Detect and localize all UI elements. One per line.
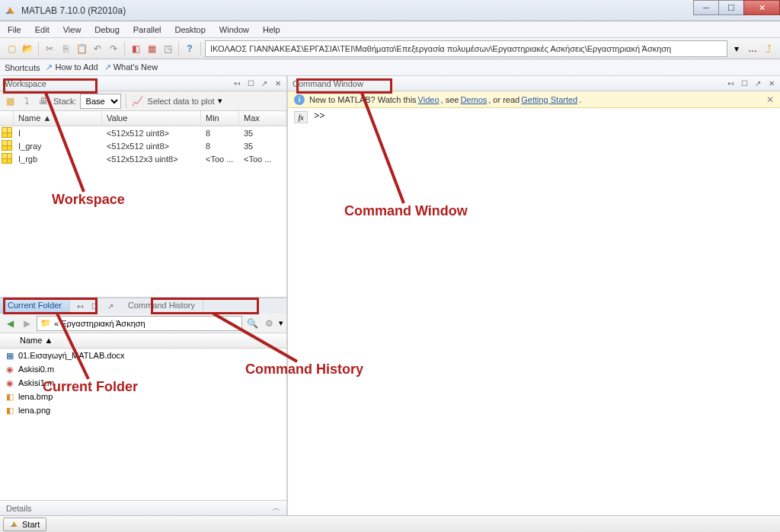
col-header-filename[interactable]: Name ▲: [15, 333, 286, 348]
file-row[interactable]: ◧ lena.png: [0, 403, 286, 417]
prompt: >>: [314, 111, 324, 122]
stack-label: Stack:: [53, 97, 77, 106]
minimize-button[interactable]: ─: [693, 0, 719, 15]
shortcut-howtoadd[interactable]: ↗How to Add: [46, 62, 98, 72]
separator: [178, 42, 179, 56]
file-row[interactable]: ◉ Askisi0.m: [0, 362, 286, 376]
image-icon: ◧: [5, 391, 15, 402]
panel-dock-icon[interactable]: ☐: [245, 78, 256, 89]
menu-window[interactable]: Window: [219, 25, 249, 34]
m-file-icon: ◉: [5, 377, 15, 388]
separator: [200, 42, 201, 56]
annotation-box: [151, 298, 259, 314]
new-file-icon[interactable]: ▢: [5, 42, 18, 56]
menu-view[interactable]: View: [63, 25, 82, 34]
annotation-label: Workspace: [52, 192, 125, 208]
annotation-label: Command History: [245, 362, 363, 377]
menu-edit[interactable]: Edit: [35, 25, 50, 34]
shortcut-whatsnew[interactable]: ↗What's New: [104, 62, 158, 72]
panel-expand-icon[interactable]: ↤: [232, 78, 242, 89]
shortcut-icon: ↗: [46, 62, 53, 72]
getting-started-link[interactable]: Getting Started: [521, 95, 577, 104]
details-bar[interactable]: Details ︿: [0, 500, 286, 515]
help-icon[interactable]: ?: [183, 42, 197, 56]
dropdown-icon[interactable]: ▾: [279, 318, 283, 328]
current-folder-path[interactable]: [205, 40, 727, 57]
close-banner-icon[interactable]: ✕: [766, 94, 774, 105]
close-button[interactable]: ✕: [743, 0, 780, 15]
gear-icon[interactable]: ⚙: [262, 317, 276, 330]
workspace-row[interactable]: I <512x512 uint8> 8 35: [0, 126, 286, 139]
search-icon[interactable]: 🔍: [245, 317, 259, 330]
docx-icon: ▦: [5, 350, 15, 361]
current-folder-breadcrumb[interactable]: 📁 « Εργαστηριακή Άσκηση: [37, 316, 242, 331]
image-icon: ◧: [5, 405, 15, 416]
shortcut-icon: ↗: [104, 62, 111, 72]
menu-desktop[interactable]: Desktop: [174, 25, 205, 34]
scope-icon[interactable]: ▦: [3, 94, 17, 108]
workspace-row[interactable]: I_gray <512x512 uint8> 8 35: [0, 139, 286, 152]
m-file-icon: ◉: [5, 364, 15, 374]
panel-dock-icon[interactable]: ☐: [739, 78, 750, 89]
workspace-row[interactable]: I_rgb <512x512x3 uint8> <Too ... <Too ..…: [0, 152, 286, 165]
current-folder-bar: ◀ ▶ 📁 « Εργαστηριακή Άσκηση 🔍 ⚙ ▾: [0, 314, 286, 333]
titlebar: MATLAB 7.10.0 (R2010a) ─ ☐ ✕: [0, 0, 780, 21]
shortcuts-bar: Shortcuts ↗How to Add ↗What's New: [0, 59, 780, 76]
file-list: Name ▲ ▦ 01.Εισαγωγή_MATLAB.docx ◉ Askis…: [0, 333, 286, 500]
col-header-min[interactable]: Min: [201, 111, 239, 126]
open-folder-icon[interactable]: 📂: [21, 42, 34, 56]
fx-button[interactable]: fx: [294, 111, 308, 123]
back-icon[interactable]: ◀: [3, 317, 17, 330]
file-row[interactable]: ▦ 01.Εισαγωγή_MATLAB.docx: [0, 349, 286, 362]
workspace-toolbar: ▦ ⤵ 🖶 Stack: Base 📈 Select data to plot …: [0, 91, 286, 111]
command-window-body[interactable]: fx >>: [288, 108, 780, 515]
panel-maximize-icon[interactable]: ↗: [259, 78, 270, 89]
menu-help[interactable]: Help: [263, 25, 280, 34]
profiler-icon[interactable]: ◳: [161, 42, 174, 56]
variable-icon: [2, 140, 12, 151]
dropdown-icon[interactable]: ▾: [218, 96, 222, 106]
separator: [124, 42, 125, 56]
up-folder-icon[interactable]: ⮥: [762, 42, 775, 56]
panel-close-icon[interactable]: ✕: [273, 78, 283, 89]
cut-icon[interactable]: ✂: [43, 42, 56, 56]
panel-expand-icon[interactable]: ↤: [725, 78, 736, 89]
toolbar: ▢ 📂 ✂ ⎘ 📋 ↶ ↷ ◧ ▦ ◳ ? ▾ … ⮥: [0, 38, 780, 59]
col-header-max[interactable]: Max: [239, 111, 286, 126]
panel-maximize-icon[interactable]: ↗: [105, 301, 116, 311]
panel-maximize-icon[interactable]: ↗: [753, 78, 763, 89]
annotation-box: [296, 78, 392, 94]
col-header-name[interactable]: Name ▲: [14, 111, 102, 126]
info-icon: i: [294, 94, 305, 105]
statusbar: Start: [0, 515, 780, 532]
variable-icon: [2, 127, 12, 138]
guide-icon[interactable]: ▦: [145, 42, 158, 56]
simulink-icon[interactable]: ◧: [129, 42, 142, 56]
folder-icon: 📁: [40, 318, 51, 328]
col-header-value[interactable]: Value: [102, 111, 201, 126]
plot-icon[interactable]: 📈: [131, 94, 145, 108]
matlab-icon: [10, 520, 19, 529]
forward-icon[interactable]: ▶: [20, 317, 34, 330]
panel-close-icon[interactable]: ✕: [766, 78, 777, 89]
menu-debug[interactable]: Debug: [94, 25, 119, 34]
copy-icon[interactable]: ⎘: [59, 42, 72, 56]
menu-file[interactable]: File: [8, 25, 21, 34]
path-dropdown-icon[interactable]: ▾: [730, 42, 743, 56]
stack-select[interactable]: Base: [80, 94, 121, 109]
import-icon[interactable]: ⤵: [20, 94, 34, 108]
undo-icon[interactable]: ↶: [91, 42, 104, 56]
maximize-button[interactable]: ☐: [718, 0, 744, 15]
demos-link[interactable]: Demos: [460, 95, 487, 104]
redo-icon[interactable]: ↷: [107, 42, 120, 56]
separator: [126, 94, 126, 108]
window-controls: ─ ☐ ✕: [694, 0, 780, 15]
paste-icon[interactable]: 📋: [75, 42, 88, 56]
menu-parallel[interactable]: Parallel: [133, 25, 161, 34]
browse-icon[interactable]: …: [746, 42, 759, 56]
print-icon[interactable]: 🖶: [37, 94, 50, 108]
plot-label[interactable]: Select data to plot: [148, 97, 215, 106]
start-button[interactable]: Start: [3, 518, 46, 531]
video-link[interactable]: Video: [418, 95, 440, 104]
matlab-icon: [5, 5, 17, 17]
